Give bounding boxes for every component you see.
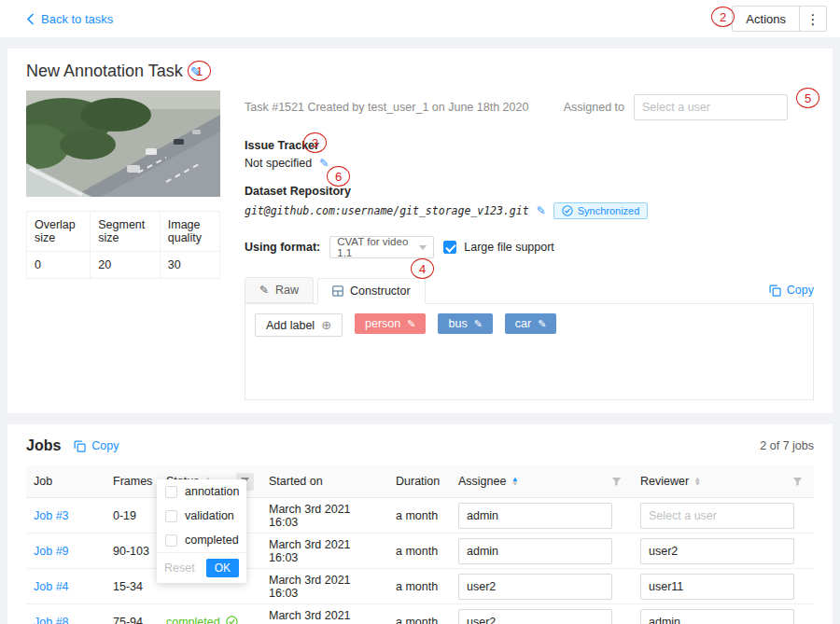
filter-reset-button[interactable]: Reset [164, 562, 195, 575]
task-title: New Annotation Task [26, 62, 183, 81]
reviewer-input[interactable] [640, 574, 794, 600]
filter-ok-button[interactable]: OK [206, 559, 239, 577]
actions-menu-button[interactable]: ⋮ [799, 6, 827, 32]
jobs-title: Jobs [26, 437, 61, 454]
filter-option-validation-label: validation [185, 509, 234, 522]
param-header-quality: Image quality [160, 212, 219, 252]
reviewer-sorter-icon[interactable]: ▴▾ [695, 477, 700, 486]
jobs-card: Jobs Copy 2 of 7 jobs Job Frames Status … [7, 424, 833, 624]
add-label-button[interactable]: Add label ⊕ [255, 313, 343, 337]
job-link[interactable]: Job #3 [34, 509, 69, 522]
using-format-label: Using format: [245, 241, 320, 254]
job-duration: a month [388, 509, 451, 522]
job-duration: a month [388, 616, 451, 624]
tab-raw[interactable]: ✎ Raw [245, 277, 314, 303]
task-preview-image [26, 90, 220, 197]
completed-checkbox[interactable] [165, 534, 177, 547]
raw-pencil-icon: ✎ [259, 284, 269, 297]
job-frames: 15-34 [105, 580, 159, 593]
actions-button-group: Actions ⋮ [732, 6, 827, 32]
annotation-checkbox[interactable] [165, 486, 177, 498]
column-header-job[interactable]: Job [26, 475, 105, 488]
job-row-3: Job #3 0-19 March 3rd 2021 16:03 a month [26, 498, 814, 534]
param-header-overlap: Overlap size [27, 212, 91, 252]
annotation-marker-1: 1 [188, 61, 211, 81]
annotation-marker-3: 3 [303, 132, 327, 153]
issue-tracker-label: Issue Tracker [245, 139, 814, 152]
synchronized-label: Synchronized [578, 205, 640, 216]
tab-constructor[interactable]: Constructor [317, 278, 426, 304]
assigned-to-input[interactable] [634, 94, 788, 120]
filter-option-completed-label: completed [185, 534, 239, 547]
job-duration: a month [388, 580, 451, 593]
job-frames: 0-19 [105, 509, 159, 522]
assignee-input[interactable] [458, 609, 612, 624]
job-row-4: Job #4 15-34 March 3rd 2021 16:03 a mont… [26, 569, 814, 604]
tab-raw-label: Raw [275, 284, 299, 297]
job-frames: 75-94 [105, 616, 159, 624]
reviewer-input[interactable] [640, 503, 794, 529]
column-header-frames: Frames [105, 475, 159, 488]
back-to-tasks-link[interactable]: Back to tasks [26, 12, 113, 26]
back-chevron-icon [26, 13, 35, 25]
label-chip-bus-name: bus [448, 317, 467, 330]
validation-checkbox[interactable] [165, 510, 177, 522]
reviewer-input[interactable] [640, 538, 794, 564]
job-duration: a month [388, 545, 451, 558]
label-chip-person-name: person [365, 317, 400, 330]
label-chip-person[interactable]: person ✎ [355, 313, 426, 334]
label-chip-car[interactable]: car ✎ [505, 313, 557, 334]
job-started: March 3rd 2021 16:03 [261, 538, 388, 564]
job-status-label: completed [166, 616, 220, 624]
tab-constructor-label: Constructor [350, 284, 411, 298]
edit-issue-tracker-icon[interactable]: ✎ [319, 157, 329, 170]
copy-jobs-button[interactable]: Copy [74, 439, 119, 452]
actions-button[interactable]: Actions [732, 6, 800, 32]
add-label-text: Add label [266, 319, 315, 332]
check-circle-icon [562, 205, 573, 216]
label-chip-car-name: car [515, 317, 531, 330]
filter-option-completed[interactable]: completed [157, 528, 246, 552]
column-header-assignee[interactable]: Assignee ▴▾ [451, 473, 633, 491]
assignee-filter-icon[interactable] [608, 473, 625, 491]
column-header-reviewer[interactable]: Reviewer ▴▾ [633, 473, 814, 491]
job-link[interactable]: Job #9 [34, 545, 69, 558]
dataset-repository-url: git@github.com:username/git_storage_v123… [245, 204, 529, 217]
copy-icon [769, 284, 781, 297]
assignee-input[interactable] [458, 503, 612, 529]
param-header-segment: Segment size [91, 212, 161, 252]
column-header-duration: Duration [388, 475, 451, 488]
copy-labels-button[interactable]: Copy [769, 284, 814, 297]
format-select-value: CVAT for video 1.1 [337, 236, 419, 258]
annotation-marker-5: 5 [796, 88, 819, 108]
constructor-icon [332, 285, 343, 297]
edit-label-bus-icon[interactable]: ✎ [474, 318, 483, 330]
filter-option-validation[interactable]: validation [157, 504, 246, 528]
back-to-tasks-label: Back to tasks [41, 12, 113, 26]
job-frames: 90-103 [105, 545, 159, 558]
assignee-input[interactable] [458, 574, 612, 600]
job-link[interactable]: Job #8 [34, 616, 69, 624]
reviewer-input[interactable] [640, 609, 794, 624]
job-row-9: Job #9 90-103 March 3rd 2021 16:03 a mon… [26, 534, 814, 569]
edit-label-person-icon[interactable]: ✎ [407, 318, 415, 330]
job-row-8: Job #8 75-94 completed March 3rd 2021 16… [26, 604, 814, 624]
job-link[interactable]: Job #4 [34, 580, 69, 593]
large-file-support-checkbox[interactable] [443, 241, 456, 254]
plus-circle-icon: ⊕ [321, 318, 331, 332]
copy-icon [74, 440, 86, 452]
assignee-sorter-icon[interactable]: ▴▾ [512, 477, 517, 486]
task-details-card: New Annotation Task ✎ [7, 49, 833, 413]
jobs-count: 2 of 7 jobs [760, 439, 814, 452]
job-started: March 3rd 2021 16:03 [261, 609, 388, 624]
param-value-overlap: 0 [27, 252, 91, 279]
edit-repository-icon[interactable]: ✎ [537, 204, 546, 217]
label-chip-bus[interactable]: bus ✎ [438, 313, 492, 334]
edit-label-car-icon[interactable]: ✎ [538, 318, 546, 330]
assignee-input[interactable] [458, 538, 612, 564]
filter-option-annotation[interactable]: annotation [157, 479, 246, 504]
reviewer-filter-icon[interactable] [789, 473, 806, 491]
format-select[interactable]: CVAT for video 1.1 [329, 236, 434, 258]
job-status-completed: completed [166, 616, 238, 624]
task-parameters-table: Overlap size Segment size Image quality … [26, 211, 220, 279]
